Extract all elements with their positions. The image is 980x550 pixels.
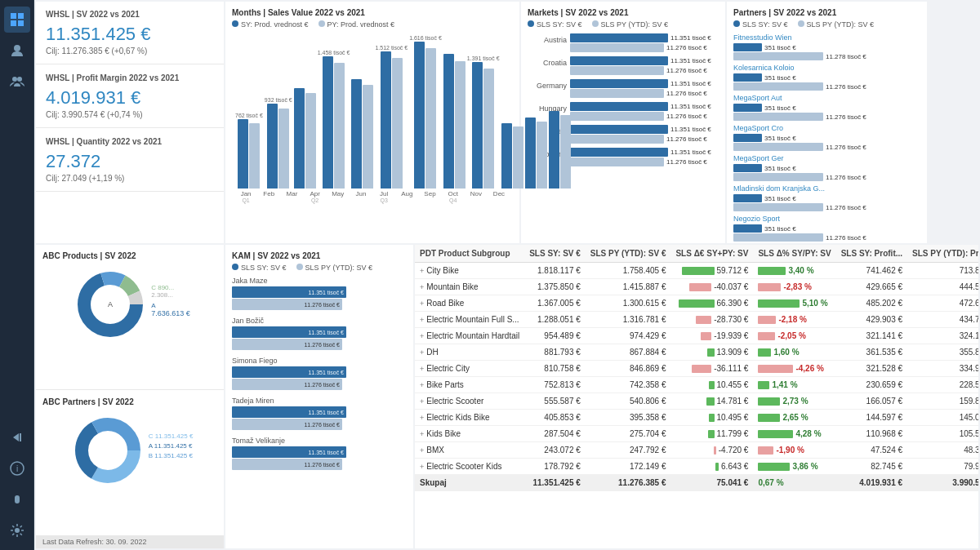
month-label-nov: Nov: [466, 190, 487, 197]
cell-product-name: +Electric Scooter Kids: [415, 459, 524, 475]
table-row[interactable]: +Electric City 810.758 € 846.869 € -36.1…: [415, 361, 978, 377]
month-label-dec: Dec: [488, 190, 510, 197]
last-refresh: Last Data Refresh: 30. 09. 2022: [36, 535, 224, 548]
expand-button[interactable]: +: [420, 316, 424, 324]
expand-button[interactable]: +: [420, 430, 424, 438]
cell-py: 1.316.781 €: [586, 312, 671, 328]
bar-prev-nov: [537, 122, 547, 189]
cell-profit-sy: 47.524 €: [836, 442, 907, 459]
table-container[interactable]: PDT Product Subgroup SLS SY: SV € SLS PY…: [415, 245, 978, 548]
cell-product-name: +Road Bike: [415, 295, 524, 312]
col-header-profit-py: SLS PY (YTD): Profi...: [907, 245, 978, 263]
cell-profit-sy: 230.659 €: [836, 377, 907, 393]
cell-profit-py: 145.020 €: [907, 410, 978, 426]
cell-delta-eur: -40.037 €: [670, 279, 753, 295]
table-row[interactable]: +Mountain Bike 1.375.850 € 1.415.887 € -…: [415, 279, 978, 295]
cell-py: 275.704 €: [586, 426, 671, 442]
bar-group-feb: 932 tisoč €: [265, 97, 292, 189]
cell-profit-sy: 429.665 €: [836, 279, 907, 295]
expand-button[interactable]: +: [420, 299, 424, 308]
kpi-sv-value: 11.351.425 €: [46, 24, 214, 45]
partner-bar-curr: [733, 134, 762, 142]
bug-icon[interactable]: [4, 486, 30, 512]
month-label-oct: Oct: [443, 190, 464, 197]
svg-text:A: A: [108, 300, 113, 308]
bar-prev-jul: [425, 48, 436, 189]
table-row[interactable]: +Electric Kids Bike 405.853 € 395.358 € …: [415, 410, 978, 426]
partner-name: MegaSport Aut: [733, 94, 920, 102]
table-row[interactable]: +Road Bike 1.367.005 € 1.300.615 € 66.39…: [415, 295, 978, 312]
market-name: Croatia: [528, 59, 570, 67]
kam-person-name: Jan Božič: [232, 317, 407, 325]
expand-button[interactable]: +: [420, 381, 424, 389]
cell-sy: 287.504 €: [524, 426, 586, 442]
info-icon[interactable]: i: [4, 455, 30, 481]
cell-product-name: +City Bike: [415, 263, 524, 279]
market-bar-curr: [570, 102, 668, 111]
partner-row: Mladinski dom Kranjska G...351 tisoč €11…: [733, 184, 920, 211]
abc-partners-title: ABC Partners | SV 2022: [42, 397, 217, 406]
kpi-sv-title: WHSL | SV 2022 vs 2021: [46, 10, 214, 19]
expand-button[interactable]: +: [420, 365, 424, 373]
col-header-delta-pct: SLS Δ% SY/PY: SV: [753, 245, 835, 263]
partner-bar-prev: [733, 143, 823, 151]
bottom-row: ABC Products | SV 2022 A C 890... 2.308.…: [34, 245, 980, 550]
market-bar-prev: [570, 135, 664, 144]
table-row[interactable]: +Kids Bike 287.504 € 275.704 € 11.799 € …: [415, 426, 978, 442]
kam-bar-curr: 11.351 tisoč €: [232, 366, 346, 378]
expand-button[interactable]: +: [420, 463, 424, 471]
table-total-row: Skupaj 11.351.425 € 11.276.385 € 75.041 …: [415, 475, 978, 491]
partner-name: Mladinski dom Kranjska G...: [733, 184, 920, 193]
bar-group-dec: [549, 103, 571, 189]
table-row[interactable]: +Electric Mountain Full S... 1.288.051 €…: [415, 312, 978, 328]
cell-profit-py: 48.307 €: [907, 442, 978, 459]
cell-profit-sy: 741.462 €: [836, 263, 907, 279]
table-row[interactable]: +DH 881.793 € 867.884 € 13.909 € 1,60 % …: [415, 344, 978, 361]
table-row[interactable]: +Electric Scooter Kids 178.792 € 172.149…: [415, 459, 978, 475]
table-row[interactable]: +Electric Mountain Hardtail 954.489 € 97…: [415, 328, 978, 344]
cell-delta-eur: -19.939 €: [670, 328, 753, 344]
cell-delta-pct: 2,65 %: [753, 410, 835, 426]
cell-delta-eur: 66.390 €: [670, 295, 753, 312]
partner-bar-prev: [733, 52, 823, 60]
cell-sy: 810.758 €: [524, 361, 586, 377]
kam-person-name: Tadeja Miren: [232, 397, 407, 405]
cell-profit-py: 228.553 €: [907, 377, 978, 393]
cell-profit-sy: 429.903 €: [836, 312, 907, 328]
quarter-label-q4: Q4: [443, 197, 464, 203]
group-icon[interactable]: [4, 69, 30, 95]
bar-prev-sep: [483, 69, 494, 189]
bar-label-feb: 932 tisoč €: [265, 97, 292, 103]
user-icon[interactable]: [4, 38, 30, 64]
svg-point-5: [12, 77, 17, 82]
expand-button[interactable]: +: [420, 446, 424, 455]
partner-name: MegaSport Cro: [733, 124, 920, 132]
back-icon[interactable]: [4, 424, 30, 450]
cell-profit-sy: 166.057 €: [836, 393, 907, 410]
month-label-feb: Feb: [258, 190, 279, 197]
kpi-sv-target: Cilj: 11.276.385 € (+0,67 %): [46, 47, 214, 55]
expand-button[interactable]: +: [420, 283, 424, 291]
cell-delta-pct: -4,26 %: [753, 361, 835, 377]
expand-button[interactable]: +: [420, 348, 424, 357]
expand-button[interactable]: +: [420, 267, 424, 275]
expand-button[interactable]: +: [420, 332, 424, 340]
month-label-sep: Sep: [419, 190, 440, 197]
dashboard-icon[interactable]: [4, 7, 30, 33]
expand-button[interactable]: +: [420, 397, 424, 406]
cell-profit-py: 79.944 €: [907, 459, 978, 475]
cell-profit-sy: 321.528 €: [836, 361, 907, 377]
market-name: Germany: [528, 82, 570, 90]
settings-icon[interactable]: [4, 517, 30, 543]
kam-title: KAM | SV 2022 vs 2021: [232, 251, 407, 260]
table-row[interactable]: +Bike Parts 752.813 € 742.358 € 10.455 €…: [415, 377, 978, 393]
expand-button[interactable]: +: [420, 414, 424, 422]
table-row[interactable]: +BMX 243.072 € 247.792 € -4.720 € -1,90 …: [415, 442, 978, 459]
partner-bar-prev: [733, 203, 823, 211]
kam-person-name: Simona Fiego: [232, 357, 407, 365]
market-bar-prev: [570, 89, 664, 98]
table-row[interactable]: +City Bike 1.818.117 € 1.758.405 € 59.71…: [415, 263, 978, 279]
table-row[interactable]: +Electric Scooter 555.587 € 540.806 € 14…: [415, 393, 978, 410]
cell-total-delta-pct: 0,67 %: [753, 475, 835, 491]
cell-delta-pct: -2,18 %: [753, 312, 835, 328]
